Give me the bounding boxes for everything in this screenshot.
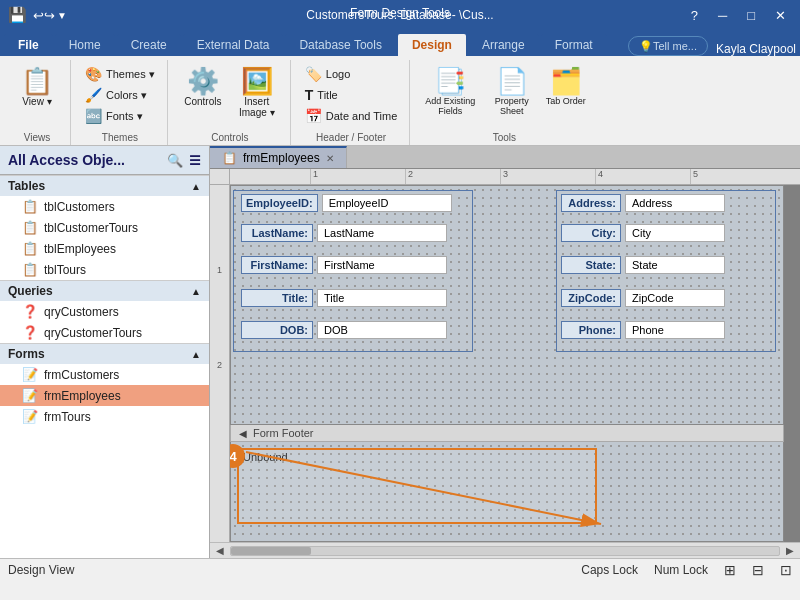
queries-collapse-icon[interactable]: ▲	[191, 286, 201, 297]
status-icon-2[interactable]: ⊟	[752, 562, 764, 578]
tab-order-label: Tab Order	[546, 96, 586, 106]
minimize-btn[interactable]: ─	[712, 8, 733, 23]
city-value[interactable]: City	[625, 224, 725, 242]
main-area: 📋 frmEmployees ✕ 1 2 3 4 5 1 2	[210, 146, 800, 558]
ruler-vertical: 1 2	[210, 185, 230, 542]
form-footer-area[interactable]: 4 Unbound	[230, 442, 784, 542]
sidebar-item-tblTours[interactable]: 📋 tblTours	[0, 259, 209, 280]
ribbon-group-header-footer: 🏷️ Logo T Title 📅 Date and Time Header /…	[293, 60, 411, 145]
query-icon: ❓	[22, 325, 38, 340]
form-icon: 📝	[22, 388, 38, 403]
address-value[interactable]: Address	[625, 194, 725, 212]
tab-database-tools[interactable]: Database Tools	[285, 34, 396, 56]
themes-button[interactable]: 🎨 Themes ▾	[81, 64, 159, 84]
colors-button[interactable]: 🖌️ Colors ▾	[81, 85, 159, 105]
tab-format[interactable]: Format	[541, 34, 607, 56]
sidebar-item-tblEmployees[interactable]: 📋 tblEmployees	[0, 238, 209, 259]
form-footer-section-header: ◀ Form Footer	[230, 425, 784, 442]
tblCustomerTours-label: tblCustomerTours	[44, 221, 138, 235]
sidebar-item-frmEmployees[interactable]: 📝 frmEmployees	[0, 385, 209, 406]
tab-external-data[interactable]: External Data	[183, 34, 284, 56]
view-button[interactable]: 📋 View ▾	[12, 64, 62, 111]
queries-section-header[interactable]: Queries ▲	[0, 280, 209, 301]
sidebar-item-frmCustomers[interactable]: 📝 frmCustomers	[0, 364, 209, 385]
sidebar-menu-icon[interactable]: ☰	[189, 153, 201, 168]
fonts-button[interactable]: 🔤 Fonts ▾	[81, 106, 159, 126]
qryCustomers-label: qryCustomers	[44, 305, 119, 319]
sidebar-item-tblCustomers[interactable]: 📋 tblCustomers	[0, 196, 209, 217]
property-sheet-button[interactable]: 📄 Property Sheet	[484, 64, 539, 120]
status-right: Caps Lock Num Lock ⊞ ⊟ ⊡	[581, 562, 792, 578]
state-value[interactable]: State	[625, 256, 725, 274]
scroll-right-btn[interactable]: ▶	[782, 545, 798, 556]
tell-me-input[interactable]: 💡 Tell me...	[628, 36, 708, 56]
scroll-left-btn[interactable]: ◀	[212, 545, 228, 556]
tblCustomers-label: tblCustomers	[44, 200, 115, 214]
themes-icon: 🎨	[85, 66, 102, 82]
tab-create[interactable]: Create	[117, 34, 181, 56]
controls-button[interactable]: ⚙️ Controls	[178, 64, 228, 111]
sidebar-header-controls: 🔍 ☰	[167, 153, 201, 168]
doc-tab-frmEmployees[interactable]: 📋 frmEmployees ✕	[210, 146, 347, 168]
status-icon-1[interactable]: ⊞	[724, 562, 736, 578]
field-row-firstname: FirstName: FirstName	[241, 256, 447, 274]
maximize-btn[interactable]: □	[741, 8, 761, 23]
sidebar-item-qryCustomerTours[interactable]: ❓ qryCustomerTours	[0, 322, 209, 343]
city-label: City:	[561, 224, 621, 242]
form-design-area[interactable]: 1 2 3 4 5 1 2 EmployeeID:	[210, 169, 800, 542]
sidebar-item-qryCustomers[interactable]: ❓ qryCustomers	[0, 301, 209, 322]
save-icon[interactable]: 💾	[8, 6, 27, 24]
custom-dropdown-icon[interactable]: ▼	[57, 10, 67, 21]
view-label: View ▾	[22, 96, 51, 107]
scroll-track[interactable]	[230, 546, 780, 556]
doc-tab-close-icon[interactable]: ✕	[326, 153, 334, 164]
close-btn[interactable]: ✕	[769, 8, 792, 23]
tab-home[interactable]: Home	[55, 34, 115, 56]
status-icon-3[interactable]: ⊡	[780, 562, 792, 578]
tab-arrange[interactable]: Arrange	[468, 34, 539, 56]
redo-icon[interactable]: ↪	[44, 8, 55, 23]
title-value[interactable]: Title	[317, 289, 447, 307]
add-existing-fields-button[interactable]: 📑 Add Existing Fields	[420, 64, 480, 120]
zipcode-label: ZipCode:	[561, 289, 621, 307]
tab-design[interactable]: Design	[398, 34, 466, 56]
ruler-horizontal: 1 2 3 4 5	[230, 169, 800, 185]
undo-icon[interactable]: ↩	[33, 8, 44, 23]
horizontal-scrollbar[interactable]: ◀ ▶	[210, 542, 800, 558]
lastname-label: LastName:	[241, 224, 313, 242]
sidebar-item-tblCustomerTours[interactable]: 📋 tblCustomerTours	[0, 217, 209, 238]
employeeid-value[interactable]: EmployeeID	[322, 194, 452, 212]
tblTours-label: tblTours	[44, 263, 86, 277]
firstname-value[interactable]: FirstName	[317, 256, 447, 274]
form-icon: 📝	[22, 409, 38, 424]
frmEmployees-label: frmEmployees	[44, 389, 121, 403]
date-time-button[interactable]: 📅 Date and Time	[301, 106, 402, 126]
controls-group-label: Controls	[211, 132, 248, 145]
tab-order-icon: 🗂️	[550, 68, 582, 94]
ruler-mark-2: 2	[405, 169, 413, 184]
forms-collapse-icon[interactable]: ▲	[191, 349, 201, 360]
add-fields-icon: 📑	[434, 68, 466, 94]
tables-collapse-icon[interactable]: ▲	[191, 181, 201, 192]
header-footer-buttons: 🏷️ Logo T Title 📅 Date and Time	[301, 64, 402, 126]
forms-section-header[interactable]: Forms ▲	[0, 343, 209, 364]
title-button[interactable]: T Title	[301, 85, 402, 105]
logo-label: Logo	[326, 68, 350, 80]
scroll-thumb[interactable]	[231, 547, 311, 555]
sidebar-item-frmTours[interactable]: 📝 frmTours	[0, 406, 209, 427]
field-row-phone: Phone: Phone	[561, 321, 725, 339]
insert-image-button[interactable]: 🖼️ Insert Image ▾	[232, 64, 282, 122]
sidebar-search-icon[interactable]: 🔍	[167, 153, 183, 168]
dob-value[interactable]: DOB	[317, 321, 447, 339]
zipcode-value[interactable]: ZipCode	[625, 289, 725, 307]
tab-file[interactable]: File	[4, 34, 53, 56]
phone-value[interactable]: Phone	[625, 321, 725, 339]
logo-icon: 🏷️	[305, 66, 322, 82]
tables-section-header[interactable]: Tables ▲	[0, 175, 209, 196]
logo-button[interactable]: 🏷️ Logo	[301, 64, 402, 84]
table-icon: 📋	[22, 199, 38, 214]
tab-order-button[interactable]: 🗂️ Tab Order	[543, 64, 588, 110]
lastname-value[interactable]: LastName	[317, 224, 447, 242]
form-detail-section[interactable]: EmployeeID: EmployeeID LastName: LastNam…	[230, 185, 784, 425]
help-btn[interactable]: ?	[685, 8, 704, 23]
